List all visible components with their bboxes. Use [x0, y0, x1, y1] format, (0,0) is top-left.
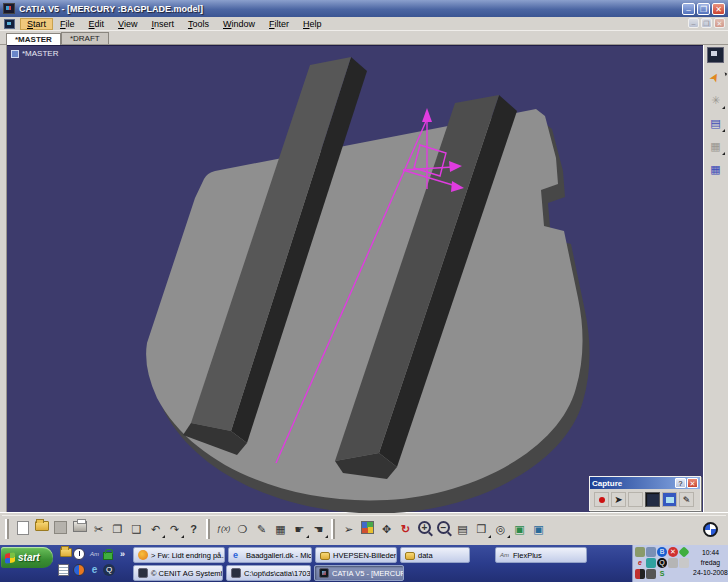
comment-icon[interactable]: ❍	[234, 521, 251, 538]
tray-shield-icon[interactable]	[635, 547, 645, 557]
structure-tool-icon[interactable]: ▤	[707, 116, 724, 132]
menu-file[interactable]: File	[53, 18, 82, 30]
grid-tool-icon[interactable]: ▦	[707, 162, 724, 178]
notes-shortcut-icon[interactable]	[58, 564, 69, 576]
clock-shortcut-icon[interactable]	[73, 548, 85, 560]
undo-icon[interactable]: ↶	[147, 521, 164, 538]
child-minimize-button[interactable]: –	[688, 18, 699, 28]
spec-tree-root[interactable]: *MASTER	[11, 49, 58, 58]
capture-edit-button[interactable]: ✎	[679, 492, 694, 507]
capture-select-button[interactable]: ➤	[611, 492, 626, 507]
open-document-icon[interactable]	[35, 521, 49, 531]
child-close-button[interactable]: ✕	[714, 18, 725, 28]
fit-all-in-icon[interactable]	[361, 521, 374, 534]
new-document-icon[interactable]	[17, 521, 29, 535]
toolbar-drag-handle[interactable]	[206, 519, 210, 539]
quick-launch-overflow-chevron[interactable]: »	[120, 549, 125, 559]
taskbar-button-data[interactable]: data	[400, 547, 470, 563]
normal-view-icon[interactable]: ▤	[454, 521, 471, 538]
capture-record-button[interactable]	[594, 492, 609, 507]
viewpoint-tool-icon[interactable]	[707, 47, 724, 63]
folder-shortcut-icon[interactable]	[60, 548, 72, 557]
taskbar-button-mail[interactable]: > Fw: Lidt endring på...	[133, 547, 225, 563]
isometric-view-icon[interactable]: ❒	[473, 521, 490, 538]
redo-icon[interactable]: ↷	[166, 521, 183, 538]
tray-quicktime-icon[interactable]: Q	[657, 558, 667, 568]
fly-mode-icon[interactable]: ➢	[340, 521, 357, 538]
catalog-tool-icon[interactable]: ✳	[707, 93, 724, 109]
taskbar-button-hvepsen[interactable]: HVEPSEN-Billeder	[315, 547, 397, 563]
internet-shortcut-icon[interactable]: e	[88, 564, 101, 577]
bmw-roundel-icon[interactable]	[703, 522, 718, 537]
quicktime-shortcut-icon[interactable]: Q	[103, 564, 115, 576]
copy-icon[interactable]: ❐	[109, 521, 126, 538]
tray-messenger-icon[interactable]	[646, 558, 656, 568]
close-button[interactable]: ✕	[712, 3, 725, 15]
table-icon[interactable]: ▦	[272, 521, 289, 538]
taskbar-button-cenit[interactable]: © CENIT AG Systemh...	[133, 565, 223, 581]
tab-draft[interactable]: *DRAFT	[61, 32, 109, 44]
maximize-button[interactable]: ❐	[697, 3, 710, 15]
shading-icon[interactable]: ▣	[511, 521, 528, 538]
minimize-button[interactable]: –	[682, 3, 695, 15]
taskbar-button-catia-path[interactable]: C:\opt\ds\catia\1703...	[226, 565, 311, 581]
tray-display2-icon[interactable]	[679, 558, 689, 568]
pan-icon[interactable]: ✥	[378, 521, 395, 538]
zoom-out-icon[interactable]: −	[437, 521, 450, 534]
rotate-icon[interactable]: ↻	[397, 521, 414, 538]
tab-master[interactable]: *MASTER	[6, 33, 61, 45]
taskbar-button-baadgalleri[interactable]: e Baadgalleri.dk - Micro...	[228, 547, 312, 563]
capture-close-button[interactable]: ✕	[687, 478, 698, 488]
tray-display-icon[interactable]	[668, 558, 678, 568]
toolbar-drag-handle[interactable]	[331, 519, 335, 539]
menu-help[interactable]: Help	[296, 18, 329, 30]
select-tool-icon[interactable]: ➤	[704, 67, 726, 90]
tray-error-icon[interactable]: ✕	[668, 547, 678, 557]
capture-title-bar[interactable]: Capture ? ✕	[590, 477, 700, 489]
grid-disabled-icon[interactable]: ▦	[707, 139, 724, 155]
document-icon[interactable]	[4, 19, 15, 29]
app-icon[interactable]	[3, 3, 15, 14]
save-icon[interactable]	[54, 521, 67, 534]
zoom-in-icon[interactable]: +	[418, 521, 431, 534]
cut-icon[interactable]: ✂	[90, 521, 107, 538]
menu-edit[interactable]: Edit	[82, 18, 112, 30]
shading-edges-icon[interactable]: ▣	[530, 521, 547, 538]
menu-insert[interactable]: Insert	[144, 18, 181, 30]
capture-album-button[interactable]	[662, 492, 677, 507]
tray-search-icon[interactable]	[646, 547, 656, 557]
capture-options-button[interactable]	[628, 492, 643, 507]
toolbar-drag-handle[interactable]	[5, 519, 9, 539]
flex-shortcut-icon[interactable]: Am	[88, 548, 101, 561]
tray-monitor-icon[interactable]	[646, 569, 656, 579]
menu-tools[interactable]: Tools	[181, 18, 216, 30]
render-style-icon[interactable]: ◎	[492, 521, 509, 538]
manipulation-hand2-icon[interactable]: ☚	[310, 521, 327, 538]
browser-shortcut-icon[interactable]	[73, 564, 85, 576]
capture-screen-grab-button[interactable]	[645, 492, 660, 507]
folder-icon	[320, 552, 330, 560]
tray-bluetooth-icon[interactable]: B	[657, 547, 667, 557]
menu-filter[interactable]: Filter	[262, 18, 296, 30]
menu-start[interactable]: Start	[20, 18, 53, 30]
start-button[interactable]: start	[1, 547, 53, 568]
whats-this-icon[interactable]: ?	[185, 521, 202, 538]
tray-spybot-icon[interactable]: S	[657, 569, 667, 579]
menu-view[interactable]: View	[111, 18, 144, 30]
lock-shortcut-icon[interactable]	[103, 552, 113, 560]
tray-updates-icon[interactable]	[678, 546, 689, 557]
taskbar-button-catia-active[interactable]: CATIA V5 - [MERCUR...	[314, 565, 404, 581]
3d-viewport[interactable]: *MASTER Capture ? ✕ ➤ ✎	[7, 45, 703, 512]
manipulation-hand-icon[interactable]: ☛	[291, 521, 308, 538]
tray-clock[interactable]: 10:44 fredag 24-10-2008	[693, 545, 728, 582]
tray-meter-icon[interactable]	[635, 569, 645, 579]
tray-e-icon[interactable]: e	[635, 558, 645, 568]
paste-icon[interactable]: ❑	[128, 521, 145, 538]
formula-icon[interactable]: ƒ(x)	[215, 521, 232, 538]
print-icon[interactable]	[73, 521, 87, 532]
taskbar-button-flexplus[interactable]: Am FlexPlus	[495, 547, 587, 563]
capture-help-button[interactable]: ?	[675, 478, 686, 488]
annotation-icon[interactable]: ✎	[253, 521, 270, 538]
child-restore-button[interactable]: ❐	[701, 18, 712, 28]
menu-window[interactable]: Window	[216, 18, 262, 30]
